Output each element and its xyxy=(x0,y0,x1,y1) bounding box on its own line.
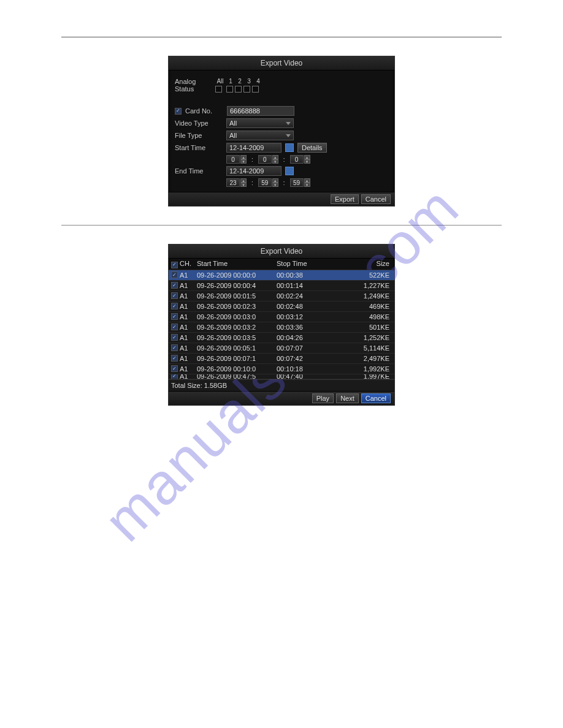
table-row[interactable]: A109-26-2009 00:00:000:00:38522KE xyxy=(169,270,394,281)
row-channel: A1 xyxy=(180,292,197,300)
row-stop-time: 00:04:26 xyxy=(277,334,332,341)
row-stop-time: 00:07:42 xyxy=(277,355,332,362)
channel-2-checkbox[interactable] xyxy=(235,86,242,93)
row-start-time: 09-26-2009 00:00:0 xyxy=(197,271,277,279)
row-size: 522KE xyxy=(332,271,394,279)
video-type-select[interactable]: All xyxy=(226,118,294,128)
row-stop-time: 00:00:38 xyxy=(277,271,332,279)
channel-all-checkbox[interactable] xyxy=(215,86,222,93)
table-row[interactable]: A109-26-2009 00:02:300:02:48469KE xyxy=(169,301,394,312)
export-button[interactable]: Export xyxy=(331,194,359,204)
row-size: 501KE xyxy=(332,324,394,331)
row-stop-time: 00:07:07 xyxy=(277,344,332,352)
end-date-input[interactable]: 12-14-2009 xyxy=(226,166,282,176)
row-size: 1,249KE xyxy=(332,292,394,300)
row-size: 498KE xyxy=(332,313,394,320)
card-no-input[interactable]: 66668888 xyxy=(227,106,294,116)
start-date-input[interactable]: 12-14-2009 xyxy=(226,143,282,153)
start-minute-spinner[interactable]: 0 ▲▼ xyxy=(258,155,278,164)
table-row[interactable]: A109-26-2009 00:10:000:10:181,992KE xyxy=(169,364,394,374)
status-label: Status xyxy=(175,85,212,93)
row-stop-time: 00:03:12 xyxy=(277,313,332,320)
row-size: 1,992KE xyxy=(332,365,394,373)
row-checkbox[interactable] xyxy=(171,344,178,351)
table-row[interactable]: A109-26-2009 00:03:500:04:261,252KE xyxy=(169,333,394,343)
row-start-time: 09-26-2009 00:10:0 xyxy=(197,365,277,373)
row-stop-time: 00:02:24 xyxy=(277,292,332,300)
row-start-time: 09-26-2009 00:03:2 xyxy=(197,324,277,331)
table-row[interactable]: A109-26-2009 00:47:500:47:401,997KE xyxy=(169,374,394,379)
file-type-select[interactable]: All xyxy=(226,131,294,140)
row-channel: A1 xyxy=(180,303,197,310)
row-channel: A1 xyxy=(180,365,197,373)
chevron-down-icon xyxy=(286,134,291,137)
calendar-icon[interactable] xyxy=(285,167,294,175)
row-size: 1,252KE xyxy=(332,334,394,341)
analog-label: Analog xyxy=(175,78,212,85)
select-all-checkbox[interactable] xyxy=(171,262,178,268)
row-stop-time: 00:02:48 xyxy=(277,303,332,310)
file-type-label: File Type xyxy=(175,132,223,139)
row-checkbox[interactable] xyxy=(171,313,178,320)
channel-3-checkbox[interactable] xyxy=(243,86,250,93)
row-start-time: 09-26-2009 00:03:5 xyxy=(197,334,277,341)
play-button[interactable]: Play xyxy=(312,393,334,403)
table-row[interactable]: A109-26-2009 00:01:500:02:241,249KE xyxy=(169,291,394,301)
row-checkbox[interactable] xyxy=(171,303,178,309)
channel-numbers-header: All 1 2 3 4 xyxy=(215,78,262,85)
channel-4-checkbox[interactable] xyxy=(252,86,259,93)
cancel-button[interactable]: Cancel xyxy=(361,194,391,204)
export-video-results-dialog: Export Video CH. Start Time Stop Time Si… xyxy=(168,244,395,406)
row-checkbox[interactable] xyxy=(171,292,178,299)
end-time-label: End Time xyxy=(175,167,223,175)
row-stop-time: 00:47:40 xyxy=(277,374,332,379)
row-checkbox[interactable] xyxy=(171,282,178,289)
row-size: 1,227KE xyxy=(332,282,394,289)
table-row[interactable]: A109-26-2009 00:03:000:03:12498KE xyxy=(169,312,394,322)
row-channel: A1 xyxy=(180,355,197,362)
row-checkbox[interactable] xyxy=(171,355,178,362)
end-hour-spinner[interactable]: 23 ▲▼ xyxy=(226,178,247,187)
row-start-time: 09-26-2009 00:07:1 xyxy=(197,355,277,362)
table-row[interactable]: A109-26-2009 00:07:100:07:422,497KE xyxy=(169,354,394,364)
row-checkbox[interactable] xyxy=(171,324,178,330)
next-button[interactable]: Next xyxy=(336,393,359,403)
row-checkbox[interactable] xyxy=(171,271,178,278)
row-checkbox[interactable] xyxy=(171,334,178,341)
row-size: 5,114KE xyxy=(332,344,394,352)
top-divider xyxy=(61,37,502,37)
results-header: CH. Start Time Stop Time Size xyxy=(169,259,394,270)
video-type-label: Video Type xyxy=(175,119,223,127)
cancel-button[interactable]: Cancel xyxy=(361,393,391,403)
row-start-time: 09-26-2009 00:03:0 xyxy=(197,313,277,320)
chevron-down-icon xyxy=(286,122,291,125)
row-channel: A1 xyxy=(180,324,197,331)
row-channel: A1 xyxy=(180,271,197,279)
row-start-time: 09-26-2009 00:47:5 xyxy=(197,374,277,379)
row-channel: A1 xyxy=(180,334,197,341)
table-row[interactable]: A109-26-2009 00:00:400:01:141,227KE xyxy=(169,281,394,291)
start-second-spinner[interactable]: 0 ▲▼ xyxy=(290,155,310,164)
row-start-time: 09-26-2009 00:01:5 xyxy=(197,292,277,300)
row-stop-time: 00:03:36 xyxy=(277,324,332,331)
end-second-spinner[interactable]: 59 ▲▼ xyxy=(290,178,310,187)
row-checkbox[interactable] xyxy=(171,374,178,379)
total-size-label: Total Size: 1.58GB xyxy=(171,382,227,389)
row-channel: A1 xyxy=(180,282,197,289)
row-size: 1,997KE xyxy=(332,374,394,379)
channel-1-checkbox[interactable] xyxy=(226,86,233,93)
dialog-title: Export Video xyxy=(169,245,394,259)
end-minute-spinner[interactable]: 59 ▲▼ xyxy=(258,178,278,187)
row-channel: A1 xyxy=(180,374,197,379)
row-size: 469KE xyxy=(332,303,394,310)
table-row[interactable]: A109-26-2009 00:05:100:07:075,114KE xyxy=(169,343,394,354)
table-row[interactable]: A109-26-2009 00:03:200:03:36501KE xyxy=(169,322,394,333)
card-no-checkbox[interactable] xyxy=(175,108,182,115)
calendar-icon[interactable] xyxy=(285,143,294,152)
row-stop-time: 00:10:18 xyxy=(277,365,332,373)
row-start-time: 09-26-2009 00:00:4 xyxy=(197,282,277,289)
row-channel: A1 xyxy=(180,313,197,320)
row-checkbox[interactable] xyxy=(171,365,178,372)
start-hour-spinner[interactable]: 0 ▲▼ xyxy=(226,155,247,164)
details-button[interactable]: Details xyxy=(297,143,327,153)
